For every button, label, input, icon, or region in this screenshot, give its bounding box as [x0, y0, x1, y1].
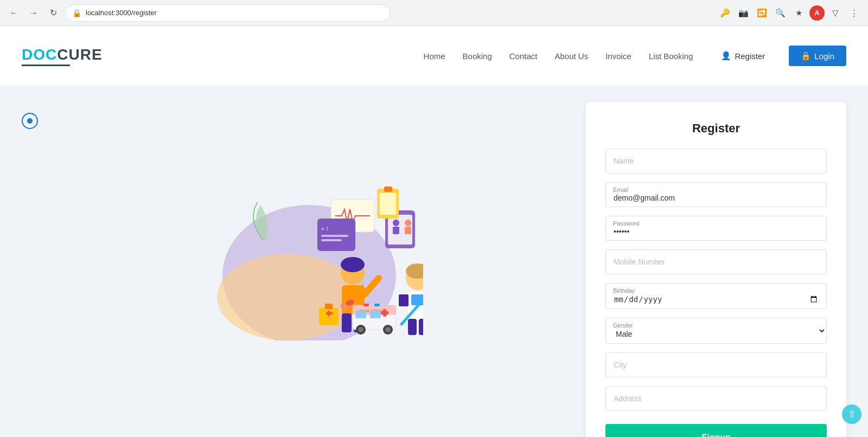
nav-contact[interactable]: Contact [509, 52, 538, 61]
search-icon[interactable]: 🔍 [773, 5, 788, 21]
dot-inner [27, 118, 33, 124]
register-card: Register Email Password Birthday [586, 102, 846, 437]
password-label: Password [613, 220, 639, 227]
bookmark-icon[interactable]: ★ [791, 5, 806, 21]
nav-home[interactable]: Home [424, 52, 445, 61]
login-button[interactable]: 🔒 Login [789, 46, 846, 66]
svg-rect-11 [384, 187, 392, 192]
register-title: Register [605, 121, 827, 136]
address-field-group [605, 386, 827, 411]
reload-button[interactable]: ↻ [46, 5, 61, 21]
svg-rect-40 [381, 311, 388, 314]
forward-button[interactable]: → [26, 5, 41, 21]
mobile-input[interactable] [605, 249, 827, 274]
nav-invoice[interactable]: Invoice [605, 52, 631, 61]
cast-icon[interactable]: 🔂 [754, 5, 769, 21]
nav-about[interactable]: About Us [554, 52, 588, 61]
mobile-field-group [605, 249, 827, 274]
register-label: Register [735, 52, 765, 61]
nav-list-booking[interactable]: List Booking [649, 52, 693, 61]
gender-label: Gender [613, 322, 633, 329]
svg-point-38 [385, 327, 391, 332]
city-field-group [605, 352, 827, 377]
svg-rect-15 [321, 235, 348, 237]
birthday-label: Birthday [613, 287, 635, 294]
address-input[interactable] [605, 386, 827, 411]
logo-doc: DOC [22, 46, 57, 63]
browser-chrome: ← → ↻ 🔒 localhost:3000/register 🔑 📷 🔂 🔍 … [0, 0, 868, 26]
nav-links: Home Booking Contact About Us Invoice Li… [424, 46, 846, 66]
email-label: Email [613, 187, 628, 193]
name-input[interactable] [605, 149, 827, 173]
password-manager-icon[interactable]: 🔑 [717, 5, 732, 21]
signup-button[interactable]: Signup [605, 424, 827, 437]
logo-cure: CURE [57, 46, 102, 63]
user-avatar[interactable]: A [809, 5, 825, 21]
svg-rect-5 [393, 227, 399, 234]
birthday-input[interactable] [605, 283, 827, 309]
password-field-group: Password [605, 216, 827, 241]
logo-underline [22, 65, 70, 66]
birthday-field-group: Birthday [605, 283, 827, 309]
register-link[interactable]: 👤 Register [721, 51, 765, 61]
svg-rect-33 [355, 311, 366, 318]
lock-icon: 🔒 [72, 9, 81, 17]
svg-point-36 [358, 327, 363, 332]
svg-point-18 [341, 257, 365, 272]
illustration-side: + ! [22, 102, 586, 373]
svg-rect-43 [319, 308, 339, 325]
navbar: DOCCURE Home Booking Contact About Us In… [0, 26, 868, 86]
svg-rect-46 [328, 311, 330, 316]
svg-rect-16 [321, 239, 342, 241]
gender-field-group: Gender Male Female Other [605, 318, 827, 344]
svg-rect-42 [374, 304, 380, 306]
screenshot-icon[interactable]: 📷 [736, 5, 751, 21]
svg-rect-27 [399, 294, 409, 306]
menu-icon[interactable]: ⋮ [846, 5, 861, 21]
login-label: Login [814, 52, 834, 61]
svg-rect-28 [408, 319, 417, 335]
nav-booking[interactable]: Booking [463, 52, 492, 61]
scroll-top-button[interactable]: ⇧ [842, 404, 861, 424]
svg-point-4 [393, 220, 399, 226]
password-input[interactable] [605, 216, 827, 241]
email-field-group: Email [605, 182, 827, 207]
svg-rect-41 [363, 304, 369, 306]
url-text: localhost:3000/register [86, 9, 157, 17]
extensions-icon[interactable]: ▽ [828, 5, 843, 21]
app: DOCCURE Home Booking Contact About Us In… [0, 26, 868, 437]
svg-rect-7 [405, 227, 411, 234]
email-input[interactable] [605, 182, 827, 207]
user-icon: 👤 [721, 51, 731, 61]
lock-icon: 🔒 [801, 51, 811, 61]
svg-text:!: ! [327, 226, 328, 232]
svg-text:+: + [321, 226, 324, 232]
gender-select[interactable]: Male Female Other [605, 318, 827, 344]
svg-rect-44 [325, 304, 333, 309]
medical-illustration: + ! [184, 134, 423, 340]
back-button[interactable]: ← [7, 5, 22, 21]
name-field-group [605, 149, 827, 173]
main-content: + ! [0, 86, 868, 437]
svg-rect-21 [342, 313, 352, 332]
browser-actions: 🔑 📷 🔂 🔍 ★ A ▽ ⋮ [717, 5, 861, 21]
svg-rect-10 [380, 193, 396, 215]
svg-point-1 [217, 254, 358, 340]
svg-rect-29 [419, 319, 423, 335]
logo: DOCCURE [22, 46, 103, 66]
svg-point-6 [405, 220, 411, 226]
dot-indicator [22, 113, 38, 129]
city-input[interactable] [605, 352, 827, 377]
svg-rect-34 [370, 311, 381, 318]
address-bar[interactable]: 🔒 localhost:3000/register [65, 4, 391, 22]
